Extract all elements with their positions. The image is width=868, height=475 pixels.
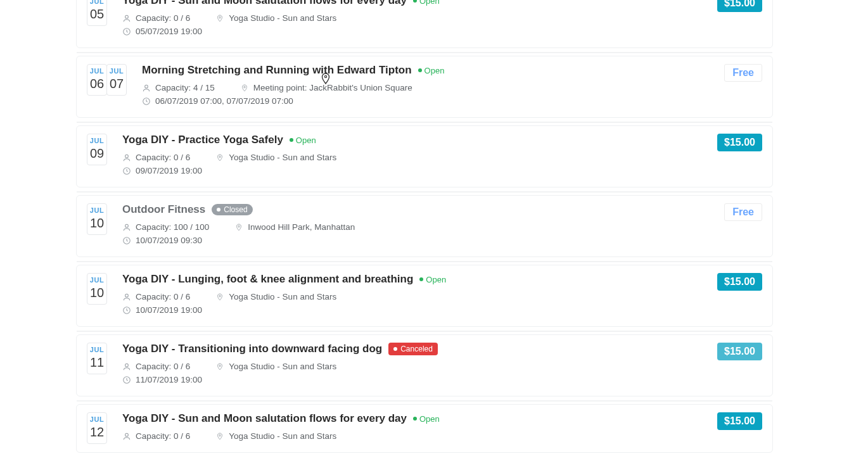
date-boxes: JUL10 — [87, 273, 107, 305]
date-month: JUL — [87, 415, 106, 423]
event-title[interactable]: Yoga DIY - Sun and Moon salutation flows… — [122, 0, 407, 7]
date-day: 05 — [87, 6, 106, 22]
date-box: JUL12 — [87, 412, 107, 444]
datetime: 09/07/2019 19:00 — [122, 166, 202, 175]
status-text: Closed — [224, 205, 247, 214]
pin-icon — [234, 223, 243, 232]
location: Meeting point: JackRabbit's Union Square — [240, 83, 412, 92]
date-month: JUL — [87, 206, 106, 214]
meta-row: Capacity: 0 / 6Yoga Studio - Sun and Sta… — [122, 431, 707, 441]
event-content: Yoga DIY - Lunging, foot & knee alignmen… — [122, 273, 707, 319]
datetime: 10/07/2019 09:30 — [122, 236, 202, 245]
date-day: 06 — [87, 76, 106, 91]
datetime: 06/07/2019 07:00, 07/07/2019 07:00 — [142, 96, 293, 106]
date-month: JUL — [87, 276, 106, 284]
event-content: Yoga DIY - Practice Yoga SafelyOpenCapac… — [122, 134, 707, 179]
event-title[interactable]: Outdoor Fitness — [122, 203, 205, 216]
meta-row: Capacity: 0 / 6Yoga Studio - Sun and Sta… — [122, 13, 707, 23]
status-text: Canceled — [400, 345, 433, 353]
price-badge: $15.00 — [717, 0, 762, 12]
status-badge-open: Open — [419, 275, 446, 284]
meta-row: Capacity: 0 / 6Yoga Studio - Sun and Sta… — [122, 362, 707, 371]
event-card[interactable]: JUL09Yoga DIY - Practice Yoga SafelyOpen… — [76, 125, 773, 187]
svg-point-16 — [219, 365, 221, 367]
svg-point-19 — [219, 434, 221, 436]
date-box: JUL09 — [87, 134, 107, 165]
clock-icon — [142, 97, 151, 106]
event-card[interactable]: JUL10Yoga DIY - Lunging, foot & knee ali… — [76, 265, 773, 327]
svg-point-9 — [125, 224, 129, 227]
location: Yoga Studio - Sun and Stars — [215, 153, 336, 162]
date-box: JUL10 — [87, 203, 107, 235]
status-badge-canceled: Canceled — [388, 343, 438, 355]
svg-point-6 — [125, 155, 129, 158]
price-column: $15.00 — [717, 273, 762, 291]
event-card[interactable]: JUL11Yoga DIY - Transitioning into downw… — [76, 334, 773, 396]
clock-icon — [122, 236, 131, 245]
event-title[interactable]: Yoga DIY - Transitioning into downward f… — [122, 343, 382, 355]
date-boxes: JUL11 — [87, 343, 107, 374]
date-boxes: JUL05 — [87, 0, 107, 26]
price-column: $15.00 — [717, 343, 762, 360]
pin-icon — [215, 14, 224, 23]
date-day: 10 — [87, 215, 106, 231]
date-boxes: JUL06JUL07 — [87, 64, 127, 96]
date-month: JUL — [87, 0, 106, 5]
date-box: JUL07 — [106, 64, 127, 96]
meta-datetime-row: 06/07/2019 07:00, 07/07/2019 07:00 — [142, 96, 714, 106]
price-badge: $15.00 — [717, 343, 762, 360]
event-title[interactable]: Yoga DIY - Practice Yoga Safely — [122, 134, 283, 146]
pin-icon — [215, 362, 224, 371]
status-badge-closed: Closed — [212, 204, 252, 215]
clock-icon — [122, 376, 131, 384]
date-day: 10 — [87, 285, 106, 300]
date-month: JUL — [87, 137, 106, 144]
svg-point-4 — [244, 86, 246, 88]
person-icon — [122, 153, 131, 162]
event-content: Yoga DIY - Transitioning into downward f… — [122, 343, 707, 388]
status-badge-open: Open — [290, 136, 316, 145]
capacity: Capacity: 0 / 6 — [122, 292, 190, 301]
date-day: 12 — [87, 424, 106, 440]
event-card[interactable]: JUL06JUL07Morning Stretching and Running… — [76, 56, 773, 118]
person-icon — [122, 432, 131, 441]
svg-point-15 — [125, 364, 129, 367]
person-icon — [122, 362, 131, 371]
event-title[interactable]: Morning Stretching and Running with Edwa… — [142, 64, 412, 77]
price-column: Free — [724, 203, 762, 221]
event-title[interactable]: Yoga DIY - Lunging, foot & knee alignmen… — [122, 273, 413, 286]
pin-icon — [215, 293, 224, 301]
svg-point-10 — [238, 225, 240, 227]
event-content: Yoga DIY - Sun and Moon salutation flows… — [122, 412, 707, 445]
location: Yoga Studio - Sun and Stars — [215, 13, 336, 23]
event-title[interactable]: Yoga DIY - Sun and Moon salutation flows… — [122, 412, 407, 425]
status-text: Open — [424, 66, 445, 75]
date-day: 07 — [107, 76, 126, 91]
capacity: Capacity: 0 / 6 — [122, 13, 190, 23]
price-free-badge: Free — [724, 203, 762, 221]
date-day: 11 — [87, 355, 106, 370]
datetime: 05/07/2019 19:00 — [122, 27, 202, 36]
price-badge: $15.00 — [717, 412, 762, 430]
clock-icon — [122, 306, 131, 315]
datetime: 10/07/2019 19:00 — [122, 305, 202, 315]
datetime: 11/07/2019 19:00 — [122, 375, 202, 384]
event-card[interactable]: JUL10Outdoor FitnessClosedCapacity: 100 … — [76, 195, 773, 257]
capacity: Capacity: 0 / 6 — [122, 153, 190, 162]
meta-datetime-row: 05/07/2019 19:00 — [122, 27, 707, 36]
date-month: JUL — [87, 67, 106, 75]
event-card[interactable]: JUL05Yoga DIY - Sun and Moon salutation … — [76, 0, 773, 48]
date-month: JUL — [87, 346, 106, 353]
meta-datetime-row: 09/07/2019 19:00 — [122, 166, 707, 175]
date-box: JUL06 — [87, 64, 107, 96]
date-day: 09 — [87, 146, 106, 161]
status-text: Open — [419, 414, 440, 424]
status-text: Open — [426, 275, 446, 284]
location: Yoga Studio - Sun and Stars — [215, 362, 336, 371]
event-card[interactable]: JUL12Yoga DIY - Sun and Moon salutation … — [76, 404, 773, 453]
date-box: JUL10 — [87, 273, 107, 305]
meta-row: Capacity: 4 / 15Meeting point: JackRabbi… — [142, 83, 714, 92]
price-column: Free — [724, 64, 762, 82]
date-box: JUL05 — [87, 0, 107, 26]
price-free-badge: Free — [724, 64, 762, 82]
